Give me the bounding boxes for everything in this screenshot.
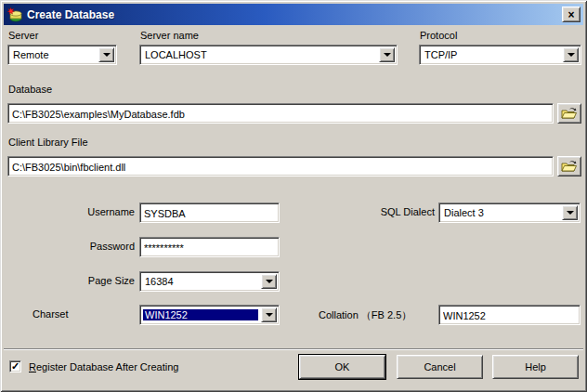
footer-divider (4, 348, 583, 350)
sql-dialect-dropdown-button[interactable] (562, 205, 578, 220)
page-size-combobox[interactable]: 16384 (139, 271, 280, 292)
create-database-icon (7, 7, 22, 22)
check-icon: ✓ (11, 361, 20, 372)
protocol-value: TCP/IP (424, 49, 560, 60)
protocol-combobox[interactable]: TCP/IP (419, 45, 581, 65)
collation-label: Collation （FB 2.5） (319, 308, 411, 321)
sql-dialect-value: Dialect 3 (444, 207, 559, 218)
close-button[interactable]: × (562, 7, 580, 22)
username-label: Username (33, 206, 135, 219)
sql-dialect-combobox[interactable]: Dialect 3 (438, 203, 580, 223)
open-folder-icon (561, 107, 578, 120)
chevron-down-icon (567, 53, 575, 57)
page-size-value: 16384 (145, 276, 258, 287)
charset-value: WIN1252 (143, 309, 258, 320)
server-name-label: Server name (140, 30, 199, 43)
chevron-down-icon (103, 53, 111, 57)
register-label-accelerator: R (29, 361, 36, 372)
window-title: Create Database (27, 8, 562, 21)
open-folder-icon (561, 160, 578, 173)
browse-database-button[interactable] (557, 103, 581, 124)
server-dropdown-button[interactable] (98, 47, 114, 62)
client-library-label: Client Library File (8, 137, 88, 150)
password-input[interactable] (139, 237, 280, 257)
protocol-dropdown-button[interactable] (563, 47, 579, 62)
charset-combobox[interactable]: WIN1252 (139, 305, 280, 325)
ok-button[interactable]: OK (299, 355, 385, 379)
page-size-label: Page Size (33, 275, 135, 288)
chevron-down-icon (567, 211, 574, 215)
chevron-down-icon (266, 280, 273, 283)
server-label: Server (8, 30, 38, 43)
server-name-value: LOCALHOST (145, 49, 376, 60)
sql-dialect-label: SQL Dialect (333, 206, 435, 219)
database-label: Database (8, 84, 52, 97)
charset-dropdown-button[interactable] (261, 307, 277, 322)
create-database-dialog: Create Database × Server Server name Pro… (0, 0, 587, 392)
register-label-rest: egister Database After Creating (36, 361, 178, 372)
title-bar: Create Database × (4, 4, 583, 25)
username-input[interactable] (139, 203, 280, 223)
chevron-down-icon (384, 53, 391, 57)
page-size-dropdown-button[interactable] (261, 274, 277, 289)
charset-label: Charset (33, 308, 69, 321)
chevron-down-icon (266, 313, 273, 317)
close-icon: × (567, 9, 574, 20)
server-value: Remote (13, 49, 96, 60)
server-combobox[interactable]: Remote (7, 45, 117, 65)
client-library-input[interactable] (7, 156, 554, 176)
register-checkbox[interactable]: ✓ (9, 360, 21, 372)
protocol-label: Protocol (420, 30, 457, 43)
collation-input[interactable] (438, 305, 580, 325)
help-button[interactable]: Help (492, 355, 579, 379)
cancel-button[interactable]: Cancel (397, 355, 483, 379)
server-name-dropdown-button[interactable] (379, 47, 395, 62)
register-checkbox-label: Register Database After Creating (29, 361, 178, 374)
server-name-combobox[interactable]: LOCALHOST (139, 45, 398, 65)
password-label: Password (33, 241, 135, 254)
browse-client-library-button[interactable] (557, 156, 581, 176)
database-input[interactable] (7, 103, 554, 124)
